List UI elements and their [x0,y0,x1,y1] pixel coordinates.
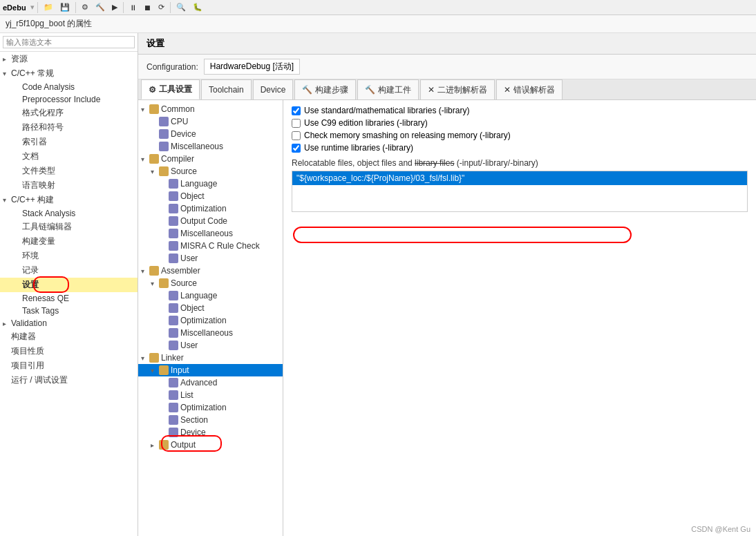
settings-tree-object2[interactable]: Object [138,302,283,314]
settings-node-icon-cpu [159,117,169,126]
settings-node-icon-misra [169,241,178,251]
tab-build-tools-tab[interactable]: 🔨构建工件 [357,79,419,99]
toolbar-btn-7[interactable]: ⏹ [141,2,154,13]
settings-node-label-linker: Linker [161,353,184,363]
settings-tree-items: ▾Common CPU Device Miscellaneous▾Compile… [138,103,283,451]
settings-tree-advanced[interactable]: Advanced [138,376,283,389]
settings-tree-misra[interactable]: MISRA C Rule Check [138,240,283,252]
sidebar-item-renesas-qe[interactable]: Renesas QE [0,292,138,305]
toolbar-btn-8[interactable]: ⟳ [155,1,167,13]
toolbar-btn-10[interactable]: 🐛 [190,1,205,13]
settings-node-icon-input [159,365,169,375]
settings-tree-miscellaneous3[interactable]: Miscellaneous [138,327,283,339]
settings-tree-miscellaneous2[interactable]: Miscellaneous [138,227,283,240]
toolbar-btn-2[interactable]: 💾 [57,1,73,13]
toolbar-btn-6[interactable]: ⏸ [126,2,140,13]
settings-chevron-linker: ▾ [141,354,149,362]
settings-tree-miscellaneous[interactable]: Miscellaneous [138,140,283,153]
sidebar-item-filetype[interactable]: 文件类型 [0,164,138,178]
tab-toolchain[interactable]: Toolchain [201,79,252,99]
settings-node-label-input: Input [171,365,189,375]
toolbar-btn-5[interactable]: ▶ [109,1,120,13]
sidebar-item-project-refs[interactable]: 项目引用 [0,358,138,373]
tab-binary-parser[interactable]: ✕二进制解析器 [420,79,495,99]
list-container: "${workspace_loc:/${ProjName}/03_fsl/fsl… [292,171,748,212]
sidebar-tree: ▸资源▾C/C++ 常规 Code Analysis Preprocessor … [0,52,138,387]
sidebar-item-resources[interactable]: ▸资源 [0,52,138,66]
checkbox-runtime[interactable] [292,144,301,153]
checkbox-memsmash[interactable] [292,131,301,140]
settings-tree-object[interactable]: Object [138,190,283,202]
sidebar-item-path-symbol[interactable]: 路径和符号 [0,120,138,135]
settings-tree-input[interactable]: ▾Input [138,364,283,376]
settings-tree-source[interactable]: ▾Source [138,165,283,178]
sidebar-item-lang-mapping[interactable]: 语言映射 [0,178,138,193]
tab-device[interactable]: Device [253,79,294,99]
settings-tree-user2[interactable]: User [138,339,283,352]
sidebar-item-tool-chain-editor[interactable]: 工具链编辑器 [0,220,138,234]
sidebar-item-build-tools[interactable]: 构建器 [0,329,138,344]
settings-tree-list[interactable]: List [138,389,283,401]
settings-tree-source2[interactable]: ▾Source [138,277,283,289]
settings-tree-device2[interactable]: Device [138,426,283,439]
toolbar-btn-3[interactable]: ⚙ [79,1,91,13]
sidebar-item-code-analysis[interactable]: Code Analysis [0,81,138,93]
sidebar-item-doc[interactable]: 文档 [0,149,138,164]
sidebar-item-label-renesas-qe: Renesas QE [22,294,69,303]
settings-tree-language2[interactable]: Language [138,289,283,302]
window-title-bar: yj_r5f10pg_boot 的属性 [0,15,756,33]
sidebar-item-label-logging: 记录 [22,265,39,276]
settings-tree-user[interactable]: User [138,252,283,265]
sidebar-item-cpp-build[interactable]: ▾C/C++ 构建 [0,193,138,207]
sidebar-expand-icon-cpp-common: ▾ [3,70,11,77]
sidebar-item-task-tags[interactable]: Task Tags [0,305,138,317]
sidebar-item-indexer[interactable]: 索引器 [0,135,138,149]
sidebar-item-format[interactable]: 格式化程序 [0,106,138,120]
sidebar-item-label-build-vars: 构建变量 [22,236,55,247]
settings-tree-optimization2[interactable]: Optimization [138,314,283,327]
sidebar-item-run-debug[interactable]: 运行 / 调试设置 [0,373,138,387]
sidebar-item-label-resources: 资源 [11,53,28,65]
checkbox-c99lib[interactable] [292,119,301,128]
tab-icon-build-tools-tab: 🔨 [365,85,375,95]
sidebar-item-env[interactable]: 环境 [0,249,138,263]
tab-build-steps[interactable]: 🔨构建步骤 [294,79,356,99]
app-title[interactable]: eDebu [3,3,26,12]
sidebar-item-label-indexer: 索引器 [22,136,47,148]
tab-tool-settings[interactable]: ⚙工具设置 [141,79,200,99]
settings-node-label-section: Section [180,415,208,425]
tab-error-parser[interactable]: ✕错误解析器 [496,79,563,99]
tab-icon-build-steps: 🔨 [302,85,312,95]
checkbox-stdlib[interactable] [292,106,301,115]
sidebar-item-cpp-common[interactable]: ▾C/C++ 常规 [0,66,138,81]
settings-tree-output[interactable]: ▸Output [138,439,283,451]
settings-tree-assembler[interactable]: ▾Assembler [138,265,283,277]
toolbar-btn-9[interactable]: 🔍 [173,1,189,13]
settings-tree-common[interactable]: ▾Common [138,103,283,115]
sidebar-item-preprocessor-include[interactable]: Preprocessor Include [0,93,138,106]
settings-tree-cpu[interactable]: CPU [138,115,283,128]
sidebar-item-logging[interactable]: 记录 [0,263,138,278]
sidebar-item-label-project-props: 项目性质 [11,345,44,357]
sidebar-item-project-props[interactable]: 项目性质 [0,344,138,358]
settings-tree-optimization[interactable]: Optimization [138,202,283,215]
sidebar-item-build-vars[interactable]: 构建变量 [0,234,138,249]
settings-tree-compiler[interactable]: ▾Compiler [138,153,283,165]
settings-tree-language[interactable]: Language [138,178,283,190]
toolbar-btn-1[interactable]: 📁 [41,1,56,13]
settings-tree-output-code[interactable]: Output Code [138,215,283,227]
settings-tree-linker[interactable]: ▾Linker [138,352,283,364]
settings-tree-section[interactable]: Section [138,414,283,426]
toolbar-btn-4[interactable]: 🔨 [93,1,108,13]
sidebar-item-settings[interactable]: 设置 [0,278,138,292]
settings-node-label-list: List [180,390,193,400]
sidebar-item-validation[interactable]: ▸Validation [0,317,138,329]
tab-label-error-parser: 错误解析器 [513,84,555,96]
sidebar-item-stack-analysis[interactable]: Stack Analysis [0,207,138,220]
sidebar-filter-input[interactable] [3,36,135,48]
settings-tree-optimization3[interactable]: Optimization [138,401,283,414]
sidebar-item-label-path-symbol: 路径和符号 [22,122,64,133]
list-row-fsl-lib[interactable]: "${workspace_loc:/${ProjName}/03_fsl/fsl… [292,171,747,185]
settings-tree-device[interactable]: Device [138,128,283,140]
settings-node-label-compiler: Compiler [161,154,194,164]
